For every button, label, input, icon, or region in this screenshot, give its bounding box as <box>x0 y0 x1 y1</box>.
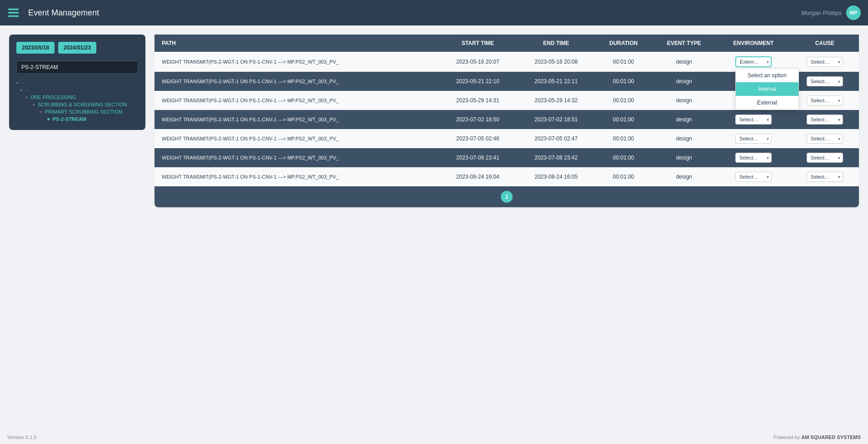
table-row: WEIGHT TRANSMIT(PS-2-WGT-1 ON PS-1-CNV-1… <box>155 110 859 129</box>
cause-select-wrapper-row5[interactable]: Select… ▾ <box>807 134 843 144</box>
environment-select-row1[interactable]: Extern… <box>735 56 772 67</box>
brand-name: AM SQUARED SYSTEMS <box>801 434 861 440</box>
env-select-wrapper-row6[interactable]: Select… ▾ <box>735 153 772 163</box>
cause-select-wrapper-row7[interactable]: Select… ▾ <box>807 172 843 182</box>
footer: Version 0.1.0 Powered by AM SQUARED SYST… <box>0 430 868 444</box>
cell-end-time: 2023-05-29 14:32 <box>517 91 595 110</box>
cause-select-row4[interactable]: Select… <box>807 115 843 125</box>
col-event-type: EVENT TYPE <box>652 35 716 52</box>
cause-select-row7[interactable]: Select… <box>807 172 843 182</box>
tree-label-ore-processing: ORE PROCESSING <box>30 95 76 100</box>
cell-event-type: design <box>652 91 716 110</box>
tree-item-scrubbing[interactable]: ▾ SCRUBBING & SCREENING SECTION <box>16 101 138 108</box>
cell-cause: Select… ▾ <box>791 167 859 186</box>
cell-path: WEIGHT TRANSMIT(PS-2-WGT-1 ON PS-1-CNV-1… <box>155 129 439 148</box>
cause-select-row6[interactable]: Select… <box>807 153 843 163</box>
table-row: WEIGHT TRANSMIT(PS-2-WGT-1 ON PS-1-CNV-1… <box>155 52 859 72</box>
version-label: Version 0.1.0 <box>7 434 36 440</box>
date-end-button[interactable]: 2024/01/23 <box>58 42 96 54</box>
cell-cause: Select… ▾ <box>791 129 859 148</box>
cell-start-time: 2023-07-08 23:41 <box>439 148 517 167</box>
environment-select-row4[interactable]: Select… <box>735 115 772 125</box>
pagination: 1 <box>155 186 859 207</box>
dropdown-item-internal[interactable]: Internal <box>736 82 798 96</box>
env-select-wrapper-row5[interactable]: Select… ▾ <box>735 134 772 144</box>
cause-select-wrapper-row3[interactable]: Select… ▾ <box>807 95 843 105</box>
cell-end-time: 2023-05-21 22:11 <box>517 72 595 91</box>
environment-select-row6[interactable]: Select… <box>735 153 772 163</box>
cell-environment: Select… ▾ <box>716 167 790 186</box>
cell-start-time: 2023-07-02 18:50 <box>439 110 517 129</box>
cell-environment: Extern… ▾ Select an option Internal Exte… <box>716 52 790 72</box>
cell-cause: Select… ▾ <box>791 52 859 72</box>
page-1-button[interactable]: 1 <box>501 191 513 203</box>
col-start-time: START TIME <box>439 35 517 52</box>
env-dropdown-wrapper: Extern… ▾ Select an option Internal Exte… <box>735 56 772 67</box>
cell-path: WEIGHT TRANSMIT(PS-2-WGT-1 ON PS-1-CNV-1… <box>155 91 439 110</box>
logo-icon[interactable] <box>7 5 22 20</box>
cell-start-time: 2023-05-16 20:07 <box>439 52 517 72</box>
environment-select-row7[interactable]: Select… <box>735 172 772 182</box>
tree-item-root[interactable]: ▾ ··· <box>16 79 138 86</box>
cell-duration: 00:01:00 <box>595 52 652 72</box>
cell-start-time: 2023-07-05 02:46 <box>439 129 517 148</box>
cell-event-type: design <box>652 72 716 91</box>
tree-item-primary-scrubbing[interactable]: ▾ PRIMARY SCRUBBING SECTION <box>16 108 138 115</box>
cell-end-time: 2023-07-02 18:51 <box>517 110 595 129</box>
cell-cause: Select… ▾ <box>791 72 859 91</box>
dropdown-item-placeholder[interactable]: Select an option <box>736 69 798 82</box>
cell-path: WEIGHT TRANSMIT(PS-2-WGT-1 ON PS-1-CNV-1… <box>155 52 439 72</box>
col-end-time: END TIME <box>517 35 595 52</box>
cause-select-wrapper-row2[interactable]: Select… ▾ <box>807 76 843 86</box>
cell-event-type: design <box>652 129 716 148</box>
tree-item-level1[interactable]: ▾ ··· <box>16 86 138 94</box>
cause-select-row1[interactable]: Select… <box>807 57 843 67</box>
dropdown-item-external[interactable]: External <box>736 96 798 110</box>
tree-label-primary-scrubbing: PRIMARY SCRUBBING SECTION <box>45 109 122 115</box>
header-right: Morgan Phillips MP <box>801 5 861 20</box>
avatar[interactable]: MP <box>846 5 861 20</box>
tree-item-ps2-stream[interactable]: ■ PS-2-STREAM <box>16 115 138 123</box>
cell-duration: 00:01:00 <box>595 167 652 186</box>
cell-event-type: design <box>652 148 716 167</box>
expand-icon: ▾ <box>16 80 19 85</box>
cell-end-time: 2023-05-16 20:08 <box>517 52 595 72</box>
tree-label-scrubbing: SCRUBBING & SCREENING SECTION <box>38 102 127 107</box>
header-row: PATH START TIME END TIME DURATION EVENT … <box>155 35 859 52</box>
expand-icon: ▾ <box>40 110 42 115</box>
app-title: Event Management <box>28 8 99 18</box>
env-select-wrapper-row7[interactable]: Select… ▾ <box>735 172 772 182</box>
table-header: PATH START TIME END TIME DURATION EVENT … <box>155 35 859 52</box>
cell-event-type: design <box>652 52 716 72</box>
col-duration: DURATION <box>595 35 652 52</box>
col-environment: ENVIRONMENT <box>716 35 790 52</box>
table-container: PATH START TIME END TIME DURATION EVENT … <box>155 35 859 207</box>
cell-event-type: design <box>652 167 716 186</box>
cell-cause: Select… ▾ <box>791 91 859 110</box>
cause-select-row2[interactable]: Select… <box>807 76 843 86</box>
cell-duration: 00:01:00 <box>595 148 652 167</box>
date-start-button[interactable]: 2023/05/18 <box>16 42 55 54</box>
tree-label: ··· <box>21 80 25 85</box>
date-buttons: 2023/05/18 2024/01/23 <box>16 42 138 54</box>
expand-icon: ▾ <box>33 102 35 107</box>
brand-prefix: Powered by <box>773 434 801 440</box>
cell-start-time: 2023-05-21 22:10 <box>439 72 517 91</box>
tree-item-ore-processing[interactable]: ▾ ORE PROCESSING <box>16 94 138 101</box>
cause-select-wrapper[interactable]: Select… ▾ <box>807 57 843 67</box>
env-select-wrapper[interactable]: Extern… ▾ <box>735 56 772 67</box>
env-select-wrapper-row4[interactable]: Select… ▾ <box>735 115 772 125</box>
cause-select-row3[interactable]: Select… <box>807 95 843 105</box>
cause-select-wrapper-row6[interactable]: Select… ▾ <box>807 153 843 163</box>
cause-select-wrapper-row4[interactable]: Select… ▾ <box>807 115 843 125</box>
environment-select-row5[interactable]: Select… <box>735 134 772 144</box>
sidebar: 2023/05/18 2024/01/23 ▾ ··· ▾ ··· ▾ ORE … <box>9 35 145 130</box>
search-input[interactable] <box>16 61 138 74</box>
cell-end-time: 2023-08-24 16:05 <box>517 167 595 186</box>
col-cause: CAUSE <box>791 35 859 52</box>
user-name: Morgan Phillips <box>801 10 842 16</box>
table-row: WEIGHT TRANSMIT(PS-2-WGT-1 ON PS-1-CNV-1… <box>155 129 859 148</box>
cell-start-time: 2023-05-29 14:31 <box>439 91 517 110</box>
cause-select-row5[interactable]: Select… <box>807 134 843 144</box>
expand-icon: ▾ <box>25 95 28 100</box>
